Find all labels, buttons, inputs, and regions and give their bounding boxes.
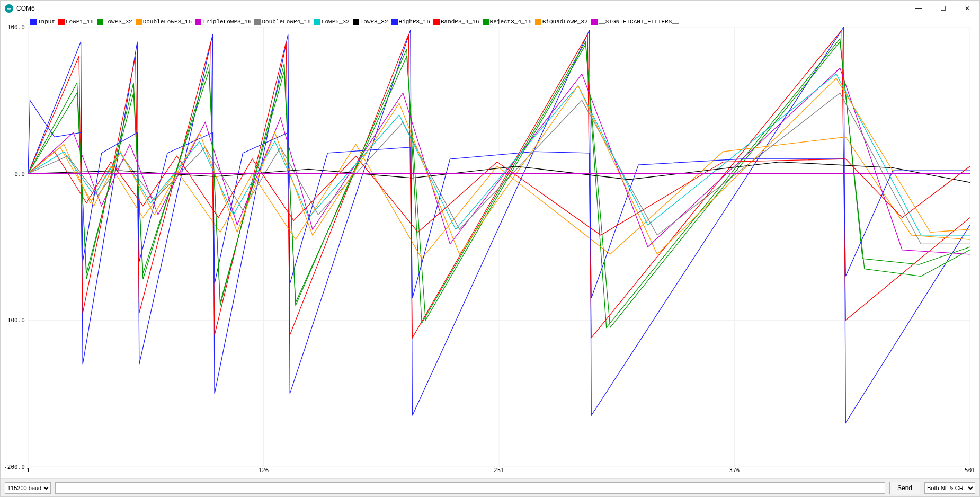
legend-swatch bbox=[136, 19, 142, 25]
legend-label: TripleLowP3_16 bbox=[202, 19, 251, 25]
legend-item: BandP3_4_16 bbox=[433, 19, 479, 25]
legend-swatch bbox=[314, 19, 320, 25]
legend-label: LowP1_16 bbox=[66, 19, 94, 25]
x-tick-label: 501 bbox=[965, 467, 975, 474]
legend-swatch bbox=[591, 19, 598, 25]
legend-swatch bbox=[433, 19, 440, 25]
send-button[interactable]: Send bbox=[889, 482, 920, 494]
legend-swatch bbox=[535, 19, 541, 25]
x-tick-label: 251 bbox=[494, 467, 504, 474]
titlebar-left: ∞ COM6 bbox=[5, 4, 35, 13]
legend-swatch bbox=[30, 19, 37, 25]
titlebar: ∞ COM6 — ☐ ✕ bbox=[1, 1, 979, 16]
y-tick-label: -100.0 bbox=[4, 317, 25, 324]
y-tick-label: 0.0 bbox=[4, 170, 25, 177]
legend-swatch bbox=[391, 19, 398, 25]
legend-item: BiQuadLowP_32 bbox=[535, 19, 588, 25]
line-ending-select[interactable]: No line endingNewlineCarriage returnBoth… bbox=[924, 482, 975, 494]
legend-swatch bbox=[58, 19, 65, 25]
series-legend: InputLowP1_16LowP3_32DoubleLowP3_16Tripl… bbox=[1, 16, 979, 27]
legend-swatch bbox=[195, 19, 201, 25]
plot-area: -200.0-100.00.0100.0 bbox=[1, 27, 979, 467]
legend-swatch bbox=[97, 19, 103, 25]
legend-item: __SIGNIFICANT_FILTERS__ bbox=[591, 19, 679, 25]
legend-label: Input bbox=[38, 19, 55, 25]
bottom-toolbar: 9600 baud19200 baud38400 baud57600 baud1… bbox=[1, 478, 979, 496]
window-controls: — ☐ ✕ bbox=[906, 1, 979, 16]
baud-select[interactable]: 9600 baud19200 baud38400 baud57600 baud1… bbox=[5, 482, 51, 494]
legend-label: LowP8_32 bbox=[360, 19, 388, 25]
y-tick-label: -200.0 bbox=[4, 464, 25, 471]
legend-label: LowP5_32 bbox=[322, 19, 350, 25]
legend-swatch bbox=[353, 19, 359, 25]
legend-label: DoubleLowP4_16 bbox=[262, 19, 310, 25]
plot-svg bbox=[28, 27, 970, 467]
close-button[interactable]: ✕ bbox=[955, 1, 979, 16]
y-tick-label: 100.0 bbox=[4, 24, 25, 31]
x-tick-label: 1 bbox=[26, 467, 30, 474]
legend-item: Reject3_4_16 bbox=[483, 19, 532, 25]
legend-swatch bbox=[254, 19, 261, 25]
x-tick-label: 126 bbox=[259, 467, 269, 474]
legend-item: DoubleLowP4_16 bbox=[254, 19, 310, 25]
legend-item: Input bbox=[30, 19, 55, 25]
app-window: ∞ COM6 — ☐ ✕ InputLowP1_16LowP3_32Double… bbox=[0, 0, 980, 497]
serial-input[interactable] bbox=[55, 482, 885, 494]
legend-label: BandP3_4_16 bbox=[441, 19, 479, 25]
legend-item: DoubleLowP3_16 bbox=[136, 19, 192, 25]
legend-item: LowP5_32 bbox=[314, 19, 350, 25]
x-tick-label: 376 bbox=[729, 467, 740, 474]
legend-label: BiQuadLowP_32 bbox=[542, 19, 588, 25]
legend-label: __SIGNIFICANT_FILTERS__ bbox=[599, 19, 679, 25]
legend-item: LowP3_32 bbox=[97, 19, 132, 25]
legend-item: LowP8_32 bbox=[353, 19, 388, 25]
legend-item: LowP1_16 bbox=[58, 19, 94, 25]
arduino-icon: ∞ bbox=[5, 4, 13, 13]
legend-label: DoubleLowP3_16 bbox=[143, 19, 192, 25]
legend-swatch bbox=[483, 19, 489, 25]
legend-item: HighP3_16 bbox=[391, 19, 430, 25]
x-axis-labels: 1126251376501 bbox=[28, 467, 970, 478]
maximize-button[interactable]: ☐ bbox=[931, 1, 955, 16]
minimize-button[interactable]: — bbox=[906, 1, 931, 16]
legend-label: LowP3_32 bbox=[104, 19, 132, 25]
legend-label: HighP3_16 bbox=[399, 19, 430, 25]
legend-label: Reject3_4_16 bbox=[490, 19, 532, 25]
window-title: COM6 bbox=[16, 5, 35, 12]
legend-item: TripleLowP3_16 bbox=[195, 19, 251, 25]
